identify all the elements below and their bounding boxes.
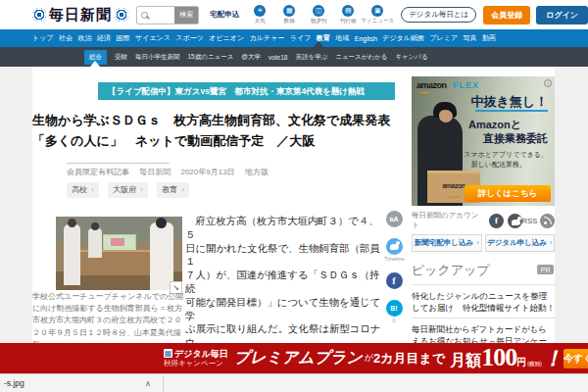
- pickup-heading: ピックアップ: [412, 262, 490, 279]
- article-page: 【ライブ配信中】東ガスvs鷺宮 都市対抗・東京第4代表を懸け熱戦 生物から学ぶＳ…: [32, 67, 555, 374]
- home-delivery-link[interactable]: 宅配申込: [210, 10, 239, 20]
- downloaded-file-chip[interactable]: -s.jpg: [4, 374, 24, 392]
- nav-item-english[interactable]: English: [355, 35, 377, 42]
- subnav-item-vote18[interactable]: vote18: [269, 54, 288, 61]
- hatena-bookmark-icon[interactable]: B!: [386, 300, 403, 317]
- tag-education[interactable]: 教育: [157, 182, 189, 198]
- ad-info-icon[interactable]: [544, 79, 552, 87]
- search-icon: [141, 12, 148, 19]
- article-source: 毎日新聞: [139, 168, 171, 176]
- subnav-item-elementary-news[interactable]: 毎日小学生新聞: [135, 53, 180, 62]
- subnav-item-campal[interactable]: キャンパる: [395, 53, 427, 62]
- promo-banner[interactable]: デジタル毎日 秋得キャンペーン プレミアムプラン が 2カ月目まで 月額 100…: [0, 343, 588, 373]
- subnav-item-news-explained[interactable]: ニュースがわかる: [335, 53, 387, 62]
- nav-item-top[interactable]: トップ: [32, 33, 54, 43]
- ad-subline-2: 直接業務委託: [483, 131, 548, 146]
- photo-student: [150, 222, 173, 290]
- publications-icon: ▤: [342, 5, 354, 17]
- nav-item-region[interactable]: 地域: [335, 33, 349, 43]
- twitter-share-icon[interactable]: [386, 238, 403, 255]
- article-title-line1: 生物から学ぶＳＤＧｓ 枚方高生物飼育部、文化祭で成果発表: [32, 113, 390, 127]
- nav-item-digital-paper[interactable]: デジタル紙面: [382, 33, 424, 43]
- nav-item-society[interactable]: 社会: [59, 33, 73, 43]
- nav-item-science[interactable]: サイエンス: [135, 33, 171, 43]
- promo-plan-name: プレミアムプラン: [234, 348, 363, 368]
- photo-exhibit: [111, 238, 124, 246]
- subnav-item-news15[interactable]: 15歳のニュース: [188, 53, 234, 62]
- publications-link[interactable]: ▤ 刊行物: [336, 5, 360, 24]
- download-bar-divider: [163, 376, 164, 391]
- tag-osaka[interactable]: 大阪府: [108, 182, 148, 198]
- rss-icon[interactable]: [540, 214, 555, 228]
- nav-item-video[interactable]: 動画: [482, 33, 496, 43]
- nav-item-premier[interactable]: プレミア: [429, 33, 458, 43]
- page-gutter: [0, 67, 32, 374]
- sns-accounts-row: 毎日新聞のアカウント f RSS: [412, 212, 555, 229]
- nav-item-politics[interactable]: 政治: [78, 33, 92, 43]
- promo-register-button[interactable]: 今すぐ登録 ›: [564, 349, 588, 368]
- quick-link-label: 朝夕刊: [311, 18, 327, 24]
- browser-viewport: 毎日新聞 検索 宅配申込 ☀ 天気 ▦ 数独 ◫ 朝夕刊 ▤ 刊行物: [0, 0, 588, 392]
- ad-desc-2: 新しい配送業務。: [471, 160, 526, 170]
- quick-link-label: 刊行物: [340, 18, 357, 24]
- pr-badge: PR: [537, 265, 554, 274]
- font-size-button[interactable]: aA: [386, 211, 403, 227]
- nav-item-culture[interactable]: カルチャー: [250, 33, 285, 43]
- article-tags: 高校 大阪府 教育: [67, 178, 194, 198]
- pickup-item[interactable]: 特化したジャンルのニュースを整理してお届け 特化型情報サイト始動！: [412, 284, 555, 314]
- digital-signup-button[interactable]: デジタル申し込み: [485, 234, 556, 252]
- promo-price: 月額 100 円 (税別) ！: [450, 343, 564, 373]
- nav-item-life[interactable]: ライフ: [290, 33, 312, 43]
- article-edition: 地方版: [245, 168, 269, 176]
- amazon-smile-icon: [447, 193, 461, 198]
- tag-highschool[interactable]: 高校: [67, 182, 99, 198]
- about-digital-button[interactable]: デジタル毎日とは: [401, 7, 476, 23]
- amazon-flex-ad[interactable]: amazon FLEX amazon 中抜き無し！ Amazonと 直接業務委託…: [412, 76, 555, 206]
- editions-link[interactable]: ◫ 朝夕刊: [307, 5, 330, 24]
- weather-link[interactable]: ☀ 天気: [248, 5, 271, 24]
- photo-caption: 学校公式ユーチューブチャンネルでの公開 に向け動画撮影する生物飼育部員ら＝枚方 …: [32, 291, 185, 351]
- promo-exclamation: ！: [542, 344, 564, 373]
- live-stream-banner[interactable]: 【ライブ配信中】東ガスvs鷺宮 都市対抗・東京第4代表を懸け熱戦: [98, 82, 395, 100]
- login-button[interactable]: ログイン: [536, 6, 588, 24]
- sudoku-icon: ▦: [283, 5, 295, 17]
- twitter-account-icon[interactable]: [508, 214, 522, 228]
- search-input[interactable]: [151, 7, 174, 24]
- ad-cta-button[interactable]: 詳しくはこちら: [465, 185, 551, 202]
- newspaper-icon: ◫: [313, 5, 324, 17]
- photo-student: [88, 228, 102, 258]
- mynews-link[interactable]: ▣ マイニュース: [366, 5, 389, 24]
- facebook-share-icon[interactable]: f: [386, 272, 403, 289]
- accounts-label: 毎日新聞のアカウント: [412, 211, 485, 230]
- article-photo[interactable]: [56, 217, 182, 290]
- download-caret-icon[interactable]: ∧: [145, 374, 151, 392]
- mainichi-emblem-icon: [32, 8, 46, 22]
- nav-item-world[interactable]: 国際: [117, 33, 130, 43]
- ad-headline-underline: [475, 110, 548, 112]
- newspaper-delivery-button[interactable]: 新聞宅配申し込み: [412, 234, 482, 252]
- weather-icon: ☀: [254, 5, 266, 17]
- digital-mainichi-icon: [164, 349, 172, 358]
- sudoku-link[interactable]: ▦ 数独: [277, 5, 301, 24]
- promo-brand-name: デジタル毎日: [174, 349, 228, 360]
- search-button[interactable]: 検索: [174, 7, 198, 24]
- quick-link-label: 天気: [255, 18, 266, 24]
- facebook-account-icon[interactable]: f: [489, 214, 504, 228]
- site-logo[interactable]: 毎日新聞: [49, 6, 112, 24]
- amazon-smile-icon: [418, 89, 431, 93]
- nav-item-photo[interactable]: 写真: [464, 33, 477, 43]
- nav-item-economy[interactable]: 経済: [97, 33, 111, 43]
- download-bar: -s.jpg ∧: [0, 373, 588, 392]
- quick-link-label: 数独: [284, 18, 295, 24]
- quick-links: ☀ 天気 ▦ 数独 ◫ 朝夕刊 ▤ 刊行物 ▣ マイニュース: [248, 5, 389, 24]
- subnav-item-university[interactable]: @大学: [241, 53, 261, 62]
- promo-campaign-name: 秋得キャンペーン: [164, 359, 228, 368]
- subscription-buttons: 新聞宅配申し込み デジタル申し込み: [412, 234, 555, 252]
- nav-item-sports[interactable]: スポーツ: [175, 33, 204, 43]
- promo-price-value: 100: [481, 343, 516, 372]
- subnav-item-exams[interactable]: 受験: [115, 53, 127, 62]
- register-button[interactable]: 会員登録: [483, 6, 530, 24]
- ad-courier-face: [439, 110, 453, 122]
- nav-item-opinion[interactable]: オピニオン: [209, 33, 244, 43]
- subnav-item-learn-english[interactable]: 英語を学ぶ: [295, 53, 327, 62]
